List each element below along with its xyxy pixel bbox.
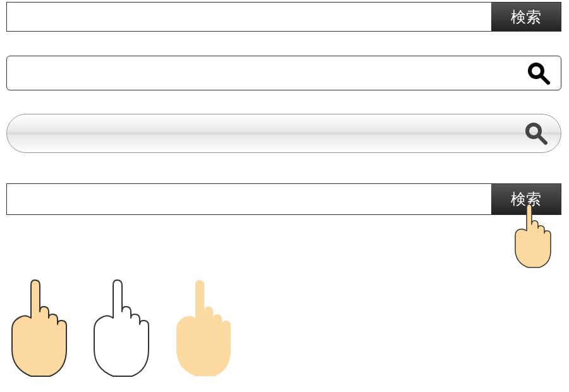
pointing-hand-icon bbox=[85, 275, 158, 383]
magnifier-icon bbox=[524, 121, 548, 145]
search-input-3[interactable] bbox=[20, 128, 524, 139]
svg-line-1 bbox=[541, 76, 548, 83]
hand-icons-row bbox=[3, 275, 240, 383]
pointing-hand-icon bbox=[3, 275, 76, 383]
pointing-hand-icon bbox=[168, 275, 240, 383]
search-bar-3 bbox=[6, 114, 561, 153]
search-input-4[interactable] bbox=[7, 184, 491, 214]
magnifier-icon bbox=[527, 61, 551, 85]
svg-line-3 bbox=[539, 136, 546, 143]
search-icon-button-2[interactable] bbox=[527, 61, 551, 85]
search-bar-2 bbox=[6, 56, 561, 90]
search-bar-1: 検索 bbox=[6, 2, 561, 32]
search-input-1[interactable] bbox=[7, 3, 491, 31]
search-icon-button-3[interactable] bbox=[524, 121, 548, 145]
search-button-1[interactable]: 検索 bbox=[491, 3, 561, 31]
search-bar-4: 検索 bbox=[6, 183, 561, 215]
search-button-4[interactable]: 検索 bbox=[491, 184, 561, 214]
search-input-2[interactable] bbox=[17, 68, 527, 79]
